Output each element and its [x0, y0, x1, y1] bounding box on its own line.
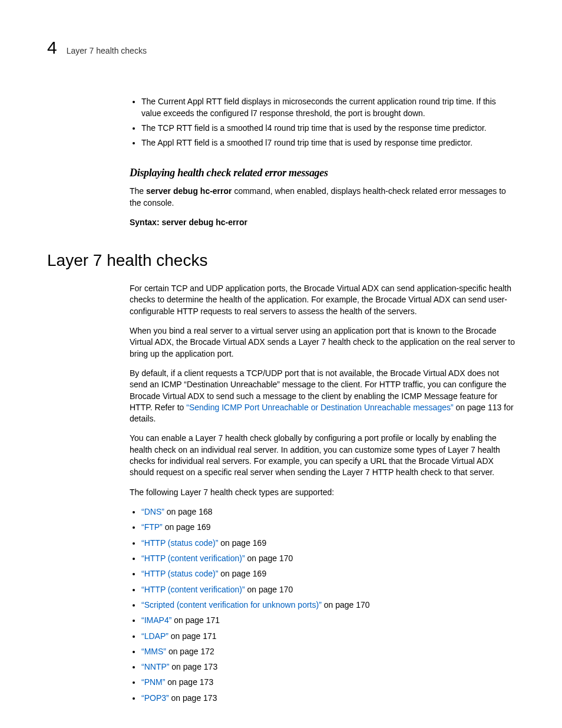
page-ref: on page 170 [322, 600, 370, 610]
cross-reference-link[interactable]: “FTP” [141, 522, 163, 532]
list-item: “Scripted (content verification for unkn… [141, 599, 515, 611]
cross-reference-link[interactable]: “NNTP” [141, 662, 169, 671]
list-item: “PNM” on page 173 [141, 677, 515, 688]
cross-reference-link[interactable]: “DNS” [141, 507, 164, 516]
page-ref: on page 170 [245, 554, 293, 563]
syntax-command: server debug hc-error [161, 218, 247, 227]
list-item: “MMS” on page 172 [141, 646, 515, 657]
list-item: “POP3” on page 173 [141, 693, 515, 704]
list-item: “HTTP (status code)” on page 169 [141, 568, 515, 579]
list-item: “HTTP (content verification)” on page 17… [141, 584, 515, 595]
command-name: server debug hc-error [146, 186, 232, 196]
page-ref: on page 168 [164, 507, 213, 516]
syntax-label: Syntax: [130, 218, 161, 227]
body-paragraph: You can enable a Layer 7 health check gl… [130, 433, 515, 478]
page-ref: on page 170 [245, 585, 293, 594]
cross-reference-link[interactable]: “PNM” [141, 677, 165, 687]
subsection-heading: Displaying health check related error me… [130, 166, 515, 180]
page-ref: on page 172 [166, 647, 214, 656]
body-paragraph: By default, if a client requests a TCP/U… [130, 368, 515, 425]
cross-reference-link[interactable]: “MMS” [141, 647, 166, 656]
list-item: The TCP RTT field is a smoothed l4 round… [141, 123, 515, 134]
list-item: “DNS” on page 168 [141, 506, 515, 518]
syntax-line: Syntax: server debug hc-error [130, 217, 515, 228]
cross-reference-link[interactable]: “HTTP (status code)” [141, 538, 218, 548]
cross-reference-link[interactable]: “HTTP (content verification)” [141, 554, 245, 563]
page-ref: on page 169 [163, 522, 211, 532]
running-header: 4 Layer 7 health checks [47, 35, 515, 60]
text-run: The [130, 186, 146, 196]
running-head-title: Layer 7 health checks [67, 45, 147, 57]
page-ref: on page 169 [218, 569, 266, 578]
section-heading: Layer 7 health checks [47, 249, 515, 272]
page-ref: on page 169 [218, 538, 266, 548]
list-item: “NNTP” on page 173 [141, 661, 515, 673]
list-item: “FTP” on page 169 [141, 522, 515, 533]
page-ref: on page 173 [169, 662, 217, 671]
page-ref: on page 171 [171, 615, 220, 625]
cross-reference-link[interactable]: “POP3” [141, 693, 169, 703]
chapter-number: 4 [47, 35, 57, 60]
list-item: “HTTP (status code)” on page 169 [141, 538, 515, 549]
list-item: “LDAP” on page 171 [141, 631, 515, 642]
body-paragraph: The following Layer 7 health check types… [130, 487, 515, 498]
body-paragraph: When you bind a real server to a virtual… [130, 325, 515, 360]
cross-reference-link[interactable]: “HTTP (content verification)” [141, 585, 245, 594]
intro-bullet-list: The Current Appl RTT field displays in m… [130, 96, 515, 149]
body-paragraph: For certain TCP and UDP application port… [130, 283, 515, 317]
cross-reference-link[interactable]: “IMAP4” [141, 615, 171, 625]
list-item: “IMAP4” on page 171 [141, 615, 515, 626]
body-paragraph: The server debug hc-error command, when … [130, 186, 515, 209]
cross-reference-link[interactable]: “Sending ICMP Port Unreachable or Destin… [186, 403, 453, 412]
page-ref: on page 173 [165, 677, 213, 687]
page-ref: on page 171 [168, 631, 217, 641]
list-item: The Appl RTT field is a smoothed l7 roun… [141, 137, 515, 149]
list-item: The Current Appl RTT field displays in m… [141, 96, 515, 119]
cross-reference-link[interactable]: “LDAP” [141, 631, 168, 641]
link-bullet-list: “DNS” on page 168 “FTP” on page 169 “HTT… [130, 506, 515, 704]
cross-reference-link[interactable]: “HTTP (status code)” [141, 569, 218, 578]
cross-reference-link[interactable]: “Scripted (content verification for unkn… [141, 600, 322, 610]
list-item: “HTTP (content verification)” on page 17… [141, 553, 515, 564]
page-ref: on page 173 [169, 693, 217, 703]
